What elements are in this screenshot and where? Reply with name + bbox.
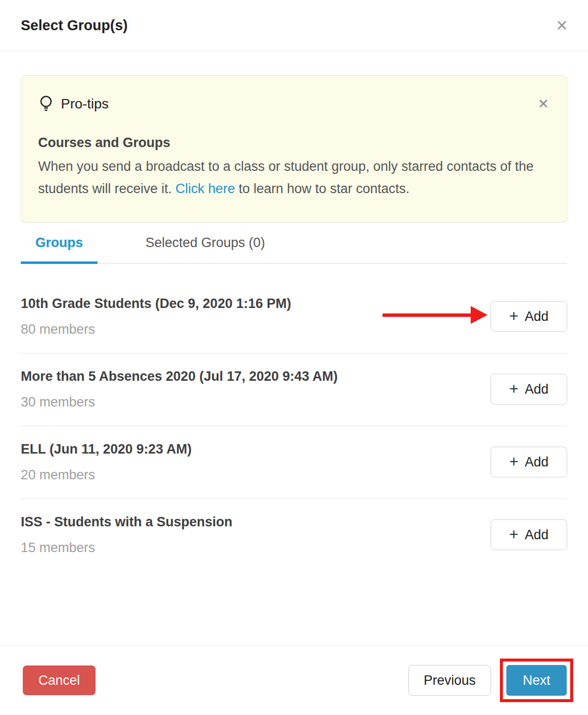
modal-footer: Cancel Previous Next (0, 645, 588, 715)
group-row-ell: ELL (Jun 11, 2020 9:23 AM) 20 members + … (21, 426, 567, 499)
protips-header: Pro-tips ✕ (38, 95, 550, 113)
cancel-button[interactable]: Cancel (23, 665, 96, 695)
group-row-10th-grade: 10th Grade Students (Dec 9, 2020 1:16 PM… (21, 281, 567, 354)
protips-section-heading: Courses and Groups (38, 135, 550, 151)
lightbulb-icon (38, 95, 54, 113)
protips-text-after: to learn how to star contacts. (235, 181, 410, 196)
group-name: ISS - Students with a Suspension (21, 513, 233, 531)
group-name: More than 5 Absences 2020 (Jul 17, 2020 … (21, 367, 338, 385)
group-member-count: 30 members (21, 393, 338, 411)
add-group-button[interactable]: + Add (490, 519, 567, 550)
protips-banner: Pro-tips ✕ Courses and Groups When you s… (21, 75, 567, 222)
group-member-count: 20 members (21, 466, 192, 484)
add-group-button[interactable]: + Add (490, 374, 567, 405)
group-row-absences: More than 5 Absences 2020 (Jul 17, 2020 … (21, 354, 567, 426)
plus-icon: + (509, 381, 519, 397)
group-list: 10th Grade Students (Dec 9, 2020 1:16 PM… (21, 281, 567, 571)
next-button[interactable]: Next (506, 665, 567, 696)
red-arrow-annotation (383, 306, 488, 324)
plus-icon: + (509, 526, 519, 542)
protips-title: Pro-tips (61, 96, 108, 112)
group-name: ELL (Jun 11, 2020 9:23 AM) (21, 440, 192, 458)
plus-icon: + (509, 454, 519, 469)
tab-groups[interactable]: Groups (21, 235, 98, 264)
plus-icon: + (509, 308, 519, 324)
modal-title: Select Group(s) (21, 17, 128, 34)
modal-close-icon[interactable]: ✕ (554, 16, 570, 35)
group-row-iss: ISS - Students with a Suspension 15 memb… (21, 499, 567, 571)
add-group-button[interactable]: + Add (490, 301, 567, 332)
protips-close-icon[interactable]: ✕ (537, 97, 550, 112)
tab-bar: Groups Selected Groups (0) (21, 235, 567, 264)
group-member-count: 15 members (21, 539, 233, 557)
previous-button[interactable]: Previous (408, 665, 491, 696)
red-highlight-box: Next (500, 659, 573, 702)
tab-selected-groups[interactable]: Selected Groups (0) (146, 235, 265, 264)
protips-body: When you send a broadcast to a class or … (38, 155, 550, 200)
modal-header: Select Group(s) ✕ (0, 0, 588, 51)
group-name: 10th Grade Students (Dec 9, 2020 1:16 PM… (21, 295, 291, 312)
add-group-button[interactable]: + Add (490, 447, 567, 477)
group-member-count: 80 members (21, 320, 291, 338)
click-here-link[interactable]: Click here (176, 181, 235, 196)
